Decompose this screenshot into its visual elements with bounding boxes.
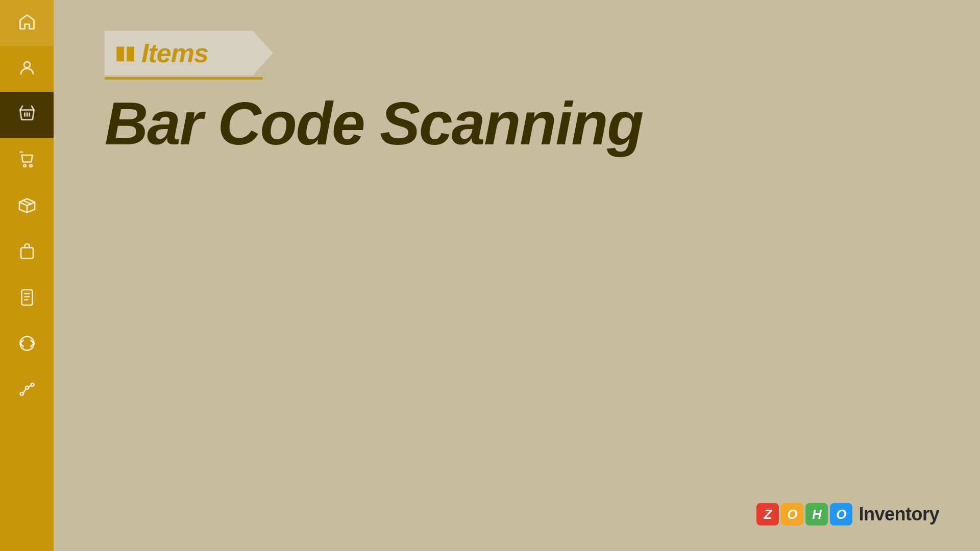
items-badge: ▮▮ Items (105, 31, 273, 76)
main-content: ▮▮ Items Bar Code Scanning Z O H O Inven… (54, 0, 980, 551)
zoho-tile-o2: O (830, 503, 852, 525)
sidebar-item-cart[interactable] (0, 138, 54, 184)
svg-point-0 (24, 62, 30, 68)
svg-rect-3 (21, 247, 33, 258)
sidebar-item-analytics[interactable] (0, 367, 54, 413)
sidebar-item-items[interactable] (0, 92, 54, 138)
zoho-tile-o1: O (781, 503, 803, 525)
box-icon (18, 196, 36, 217)
sidebar-item-contacts[interactable] (0, 46, 54, 92)
sidebar-item-home[interactable] (0, 0, 54, 46)
sidebar-item-packages[interactable] (0, 184, 54, 230)
document-icon (18, 288, 36, 309)
sidebar (0, 0, 54, 551)
basket-icon (18, 105, 36, 126)
home-icon (18, 13, 36, 34)
sidebar-item-integrations[interactable] (0, 321, 54, 367)
svg-point-1 (23, 164, 26, 167)
zoho-tiles: Z O H O (756, 503, 852, 525)
cart-icon (18, 151, 36, 171)
integration-icon (18, 334, 36, 355)
zoho-app-name: Inventory (859, 504, 939, 525)
zoho-tile-h: H (805, 503, 828, 525)
person-icon (18, 59, 36, 80)
sidebar-item-shopping[interactable] (0, 230, 54, 276)
zoho-tile-z: Z (756, 503, 779, 525)
badge-background: ▮▮ Items (105, 31, 273, 76)
svg-point-2 (30, 164, 32, 167)
analytics-icon (18, 380, 36, 401)
app-layout: ▮▮ Items Bar Code Scanning Z O H O Inven… (0, 0, 980, 551)
items-badge-icon: ▮▮ (115, 42, 135, 64)
zoho-logo: Z O H O Inventory (756, 503, 939, 525)
page-title: Bar Code Scanning (105, 91, 939, 157)
sidebar-item-documents[interactable] (0, 276, 54, 321)
bag-icon (18, 242, 36, 263)
svg-rect-4 (21, 290, 32, 305)
items-badge-label: Items (141, 38, 208, 68)
badge-underline (105, 77, 263, 80)
